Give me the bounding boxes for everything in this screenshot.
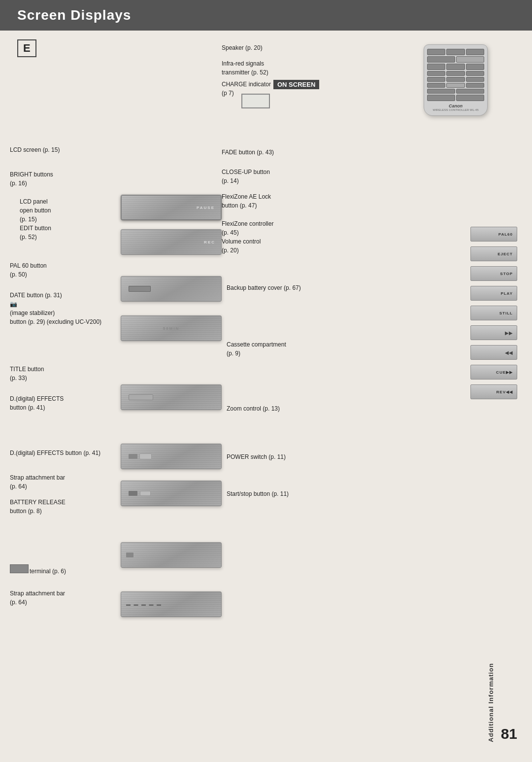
remote-btn-12 [427, 77, 445, 82]
still-button: STILL [470, 306, 517, 320]
slot-indicator [129, 286, 151, 292]
strap-bar-top-label: Strap attachment bar(p. 64) [10, 473, 65, 491]
infrared-label: Infra-red signalstransmitter (p. 52) [222, 59, 268, 77]
seg3-segment [121, 276, 222, 302]
remote-btn-19 [456, 89, 484, 94]
title-btn-label: TITLE button(p. 33) [10, 365, 44, 382]
bright-btns-label: BRIGHT buttons(p. 16) [10, 170, 53, 188]
play-button: PLAY [470, 286, 517, 301]
backup-battery-label: Backup battery cover (p. 67) [227, 283, 301, 292]
ff-button: ▶▶ [470, 325, 517, 340]
viewfinder-label: D.(digital) EFFECTS button (p. 41) [10, 449, 100, 457]
ss-elem1 [129, 491, 137, 496]
right-button-group: PAL60 EJECT STOP PLAY STILL ▶▶ ◀◀ CUE▶▶ [470, 227, 517, 399]
power-switch-label: POWER switch (p. 11) [227, 452, 286, 461]
remote-btn-4 [427, 56, 455, 63]
seg8-elem [126, 553, 133, 557]
page-header: Screen Displays [0, 0, 532, 31]
terminal-rect [10, 564, 29, 573]
closeup-btn-label: CLOSE-UP button(p. 14) [222, 168, 270, 185]
remote-btn-10 [446, 71, 465, 76]
remote-btn-7 [446, 64, 465, 70]
pause-label: PAUSE [197, 206, 215, 210]
remote-logo-sub: WIRELESS CONTROLLER WL-45 [427, 108, 484, 111]
remote-btn-14 [466, 77, 484, 82]
remote-btn-21 [456, 95, 484, 101]
remote-btn-9 [427, 71, 445, 76]
start-stop-label: Start/stop button (p. 11) [227, 489, 289, 498]
section-badge: E [17, 39, 36, 57]
rec-label: REC [204, 240, 215, 244]
remote-btn-15 [427, 83, 445, 88]
remote-btn-18 [427, 89, 455, 94]
date-btn-label: DATE button (p. 31)📷(image stabilizer)bu… [10, 291, 101, 326]
remote-btn-6 [427, 64, 445, 70]
remote-btn-5 [456, 56, 484, 63]
remote-btn-20 [427, 95, 455, 101]
remote-logo: Canon [427, 104, 484, 108]
seg6-segment [121, 444, 222, 469]
remote-btn-13 [446, 77, 465, 82]
speaker-label: Speaker (p. 20) [222, 43, 263, 52]
remote-body: Canon WIRELESS CONTROLLER WL-45 [424, 44, 488, 116]
additional-info-text: Additional Information [487, 663, 495, 742]
flexizone-lock-label: FlexiZone AE Lockbutton (p. 47) [222, 192, 271, 210]
seg9-segment: ▬ ▬ ▬ ▬ ▬ [121, 591, 222, 617]
pause-segment: PAUSE [121, 195, 222, 220]
battery-release-label: BATTERY RELEASEbutton (p. 8) [10, 498, 66, 516]
page: Screen Displays E Speaker (p. 20) Infra-… [0, 0, 532, 762]
rec-segment: REC [121, 229, 222, 255]
seg4-label: 58MIN [163, 326, 180, 331]
fade-btn-label: FADE button (p. 43) [222, 148, 274, 157]
remote-btn-8 [466, 64, 484, 70]
page-number: 81 [501, 726, 517, 742]
rw-button: ◀◀ [470, 345, 517, 360]
vf-slider [129, 394, 153, 400]
on-screen-badge: ON SCREEN [273, 80, 319, 89]
remote-btn-2 [446, 49, 465, 55]
effects-btn-label: D.(digital) EFFECTSbutton (p. 41) [10, 394, 64, 412]
bottom-section: Additional Information 81 [487, 663, 517, 742]
remote-btn-1 [427, 49, 445, 55]
terminal-label: terminal (p. 6) [30, 567, 66, 576]
power-elem2 [139, 453, 152, 459]
rev-button: REV◀◀ [470, 384, 517, 399]
dashes-label: ▬ ▬ ▬ ▬ ▬ [126, 602, 162, 607]
remote-control: Canon WIRELESS CONTROLLER WL-45 [424, 44, 488, 116]
stop-button: STOP [470, 266, 517, 281]
seg4-segment: 58MIN [121, 315, 222, 341]
seg5-segment [121, 384, 222, 410]
cassette-label: Cassette compartment(p. 9) [227, 340, 286, 358]
remote-btn-16 [446, 83, 465, 88]
remote-btn-3 [466, 49, 484, 55]
strap-bar-bottom-label: Strap attachment bar(p. 64) [10, 589, 65, 607]
page-title: Screen Displays [17, 7, 131, 23]
lcd-screen-label: LCD screen (p. 15) [10, 145, 60, 154]
eject-button: EJECT [470, 246, 517, 261]
remote-btn-17 [466, 83, 484, 88]
cue-button: CUE▶▶ [470, 365, 517, 380]
flexizone-ctrl-label: FlexiZone controller(p. 45)Volume contro… [222, 219, 273, 255]
charge-rect [241, 94, 270, 108]
seg8-segment [121, 542, 222, 568]
power-elem1 [129, 454, 137, 459]
seg7-segment [121, 481, 222, 506]
zoom-ctrl-label: Zoom control (p. 13) [227, 404, 280, 413]
pal60-button: PAL60 [470, 227, 517, 242]
lcd-panel-label: LCD panelopen button(p. 15)EDIT button(p… [20, 197, 51, 242]
pal60-label: PAL 60 button(p. 50) [10, 261, 47, 279]
ss-elem2 [140, 491, 151, 496]
remote-btn-11 [466, 71, 484, 76]
